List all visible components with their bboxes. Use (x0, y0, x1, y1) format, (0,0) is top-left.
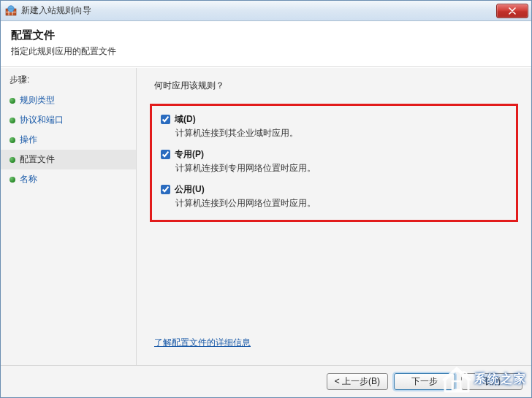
main-question: 何时应用该规则？ (150, 80, 518, 92)
checkbox-domain[interactable] (161, 115, 170, 124)
bullet-icon (10, 137, 15, 143)
step-rule-type[interactable]: 规则类型 (1, 91, 136, 110)
page-subtitle: 指定此规则应用的配置文件 (11, 45, 521, 58)
titlebar-left: 新建入站规则向导 (5, 4, 91, 17)
option-public: 公用(U) 计算机连接到公用网络位置时应用。 (161, 183, 507, 210)
close-icon (509, 7, 516, 15)
wizard-body: 步骤 规则类型 协议和端口 操作 配置文件 名称 (1, 67, 531, 365)
checkbox-public[interactable] (161, 185, 170, 194)
options-highlight: 域(D) 计算机连接到其企业域时应用。 专用(P) 计算机连接到专用网络位置时应… (150, 104, 518, 222)
option-private: 专用(P) 计算机连接到专用网络位置时应用。 (161, 148, 507, 175)
option-desc: 计算机连接到公用网络位置时应用。 (161, 197, 507, 210)
main-panel: 何时应用该规则？ 域(D) 计算机连接到其企业域时应用。 专用(P) 计算机连接… (137, 68, 531, 365)
close-button[interactable] (496, 4, 528, 18)
firewall-icon (5, 5, 17, 17)
bullet-icon (10, 157, 15, 163)
bullet-icon (10, 177, 15, 183)
step-label: 配置文件 (20, 153, 55, 166)
checkbox-private[interactable] (161, 150, 170, 159)
option-desc: 计算机连接到专用网络位置时应用。 (161, 162, 507, 175)
option-domain: 域(D) 计算机连接到其企业域时应用。 (161, 113, 507, 139)
window-title: 新建入站规则向导 (21, 4, 91, 17)
wizard-window: 新建入站规则向导 配置文件 指定此规则应用的配置文件 步骤 规则类型 协议和端口 (0, 0, 532, 398)
cancel-button[interactable]: 取消 (461, 373, 522, 390)
option-label: 公用(U) (175, 183, 205, 196)
page-title: 配置文件 (11, 28, 521, 42)
titlebar: 新建入站规则向导 (1, 1, 531, 21)
option-desc: 计算机连接到其企业域时应用。 (161, 127, 507, 139)
option-label: 域(D) (175, 113, 196, 126)
wizard-footer: < 上一步(B) 下一步 取消 (1, 365, 531, 397)
learn-more-link[interactable]: 了解配置文件的详细信息 (154, 337, 251, 348)
step-name[interactable]: 名称 (1, 169, 136, 189)
step-label: 协议和端口 (20, 114, 64, 126)
option-label: 专用(P) (175, 148, 204, 161)
next-button[interactable]: 下一步 (394, 373, 455, 390)
step-protocol-port[interactable]: 协议和端口 (1, 110, 136, 130)
steps-sidebar: 步骤 规则类型 协议和端口 操作 配置文件 名称 (1, 68, 137, 365)
learn-more-block: 了解配置文件的详细信息 (150, 326, 518, 356)
steps-heading: 步骤 (1, 74, 136, 91)
back-button[interactable]: < 上一步(B) (327, 373, 388, 390)
step-profile[interactable]: 配置文件 (1, 150, 136, 169)
bullet-icon (10, 118, 15, 123)
step-label: 名称 (20, 173, 37, 185)
wizard-header: 配置文件 指定此规则应用的配置文件 (1, 21, 531, 67)
step-label: 规则类型 (20, 94, 55, 107)
step-label: 操作 (20, 134, 37, 146)
bullet-icon (10, 98, 15, 104)
step-action[interactable]: 操作 (1, 130, 136, 150)
